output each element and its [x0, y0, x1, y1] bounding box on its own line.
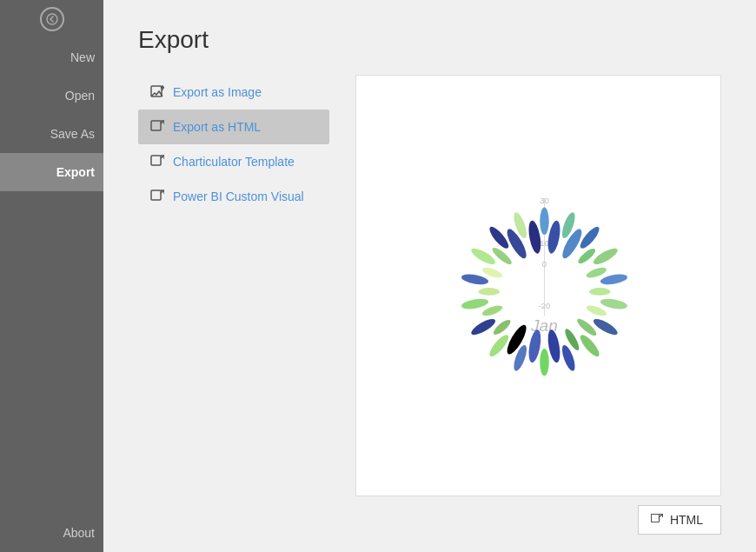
preview-area: 30 20 10 0 -20 Jan: [355, 75, 721, 496]
sidebar-item-open[interactable]: Open: [0, 76, 103, 115]
svg-point-25: [461, 297, 489, 311]
sidebar-spacer: [0, 191, 103, 514]
svg-point-26: [461, 273, 489, 287]
chart-preview: 30 20 10 0 -20 Jan: [356, 76, 720, 495]
svg-point-0: [47, 14, 57, 24]
content-area: Export as Image Export as HTML Charticul…: [138, 75, 721, 496]
export-html-icon: [150, 120, 164, 134]
export-option-image[interactable]: Export as Image: [138, 75, 329, 110]
sidebar-item-save-as[interactable]: Save As: [0, 115, 103, 153]
bottom-bar: HTML: [138, 496, 721, 535]
svg-point-23: [487, 332, 511, 359]
svg-rect-48: [651, 515, 659, 522]
back-button[interactable]: [40, 7, 64, 31]
sidebar: New Open Save As Export About: [0, 0, 103, 552]
export-template-icon: [150, 155, 164, 169]
svg-point-14: [578, 224, 602, 251]
export-options-list: Export as Image Export as HTML Charticul…: [138, 75, 329, 496]
svg-point-35: [589, 288, 610, 296]
export-image-label: Export as Image: [173, 85, 262, 99]
svg-point-28: [487, 224, 511, 251]
html-button-icon: [651, 514, 663, 526]
svg-point-21: [540, 349, 548, 376]
export-html-label: Export as HTML: [173, 120, 261, 134]
page-title: Export: [138, 26, 721, 54]
export-image-icon: [150, 85, 164, 99]
svg-point-44: [479, 288, 500, 296]
export-option-html[interactable]: Export as HTML: [138, 110, 329, 144]
svg-point-15: [592, 246, 620, 268]
export-template-label: Charticulator Template: [173, 155, 295, 169]
svg-point-12: [540, 208, 548, 235]
svg-rect-2: [151, 121, 161, 130]
svg-point-16: [600, 273, 628, 287]
export-powerbi-icon: [150, 190, 164, 203]
sidebar-item-about[interactable]: About: [0, 514, 103, 552]
export-option-template[interactable]: Charticulator Template: [138, 144, 329, 179]
svg-point-24: [469, 316, 497, 338]
svg-rect-3: [151, 156, 161, 165]
svg-rect-4: [151, 190, 161, 200]
svg-point-19: [578, 332, 602, 359]
html-export-button[interactable]: HTML: [638, 505, 721, 535]
sidebar-item-export[interactable]: Export: [0, 153, 103, 191]
svg-point-17: [600, 297, 628, 311]
main-content: Export Export as Image Export as HTML: [103, 0, 756, 552]
sidebar-top: [0, 0, 103, 38]
sidebar-item-new[interactable]: New: [0, 38, 103, 76]
export-option-powerbi[interactable]: Power BI Custom Visual: [138, 179, 329, 214]
html-button-label: HTML: [670, 513, 703, 527]
export-powerbi-label: Power BI Custom Visual: [173, 190, 304, 203]
